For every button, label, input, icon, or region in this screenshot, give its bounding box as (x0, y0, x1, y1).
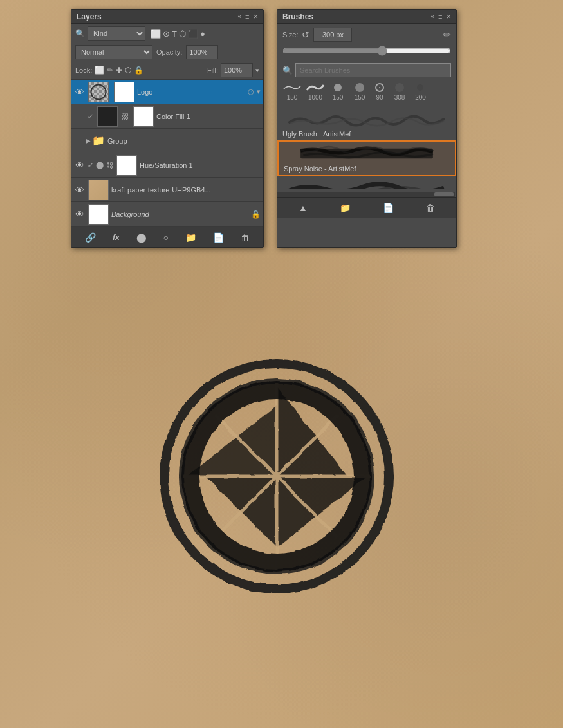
size-refresh-icon[interactable]: ↺ (302, 30, 309, 40)
brush-preset-6[interactable]: 200 (412, 82, 429, 101)
expand-icon-group[interactable]: ▶ (86, 137, 91, 144)
brush-preset-1[interactable]: 1000 (306, 82, 325, 101)
panels-area: Layers « ≡ × 🔍 Kind ⬜ ⊙ T ⬡ ⬛ ● (71, 9, 457, 248)
adjustment-icon[interactable]: ⊙ (163, 29, 170, 39)
layer-name-logo: Logo (137, 88, 245, 96)
brush-search-row: 🔍 (277, 61, 456, 80)
layer-thumbnail-colorfill-mask (133, 106, 154, 127)
layers-title: Layers (77, 12, 102, 21)
lock-position-icon[interactable]: ✏ (107, 66, 113, 75)
lock-all-icon[interactable]: 🔒 (134, 66, 143, 75)
brush-preset-5[interactable]: 308 (391, 82, 409, 101)
brushes-toolbar: ▲ 📁 📄 🗑 (277, 197, 456, 218)
brushes-new-btn[interactable]: 📄 (380, 201, 396, 214)
brush-list: Ugly Brush - ArtistMef Spray Noise - Art… (277, 104, 456, 192)
layer-thumbnail-logo-mask (114, 82, 134, 102)
layer-row-colorfill[interactable]: 👁 ↙ ⛓ Color Fill 1 (71, 104, 263, 129)
layers-close-icon[interactable]: × (253, 12, 258, 21)
lock-label: Lock: (75, 66, 92, 74)
size-input[interactable] (313, 28, 352, 42)
visibility-icon-logo[interactable]: 👁 (74, 87, 86, 97)
layer-name-kraft: kraft-paper-texture-UHP9GB4... (111, 186, 261, 194)
adj-icon-hue: ⬤ (95, 161, 105, 169)
lock-artboard-icon[interactable]: ⬡ (125, 66, 131, 75)
new-layer-btn[interactable]: 📄 (210, 231, 226, 244)
brush-preset-3[interactable]: 150 (351, 82, 369, 101)
brushes-menu-icon[interactable]: ≡ (438, 13, 442, 21)
layers-panel-controls: « ≡ × (237, 12, 258, 21)
brush-item-3[interactable] (277, 176, 456, 189)
svg-point-11 (355, 83, 364, 92)
visibility-icon-colorfill[interactable]: 👁 (74, 111, 86, 122)
layer-name-hue: Hue/Saturation 1 (140, 162, 261, 169)
brush-preset-2[interactable]: 150 (329, 82, 347, 101)
brush-preview-3 (282, 179, 451, 189)
brush-scroll-bar[interactable] (277, 192, 455, 197)
smartobj-icon[interactable]: ⬛ (188, 29, 198, 39)
opacity-input[interactable] (186, 45, 218, 59)
brushes-collapse-icon[interactable]: « (430, 13, 434, 20)
preset-size-4: 90 (376, 94, 383, 101)
layer-row-logo[interactable]: 👁 Logo ◎ ▾ (71, 80, 263, 104)
delete-layer-btn[interactable]: 🗑 (238, 231, 252, 244)
layer-thumbnail-hue-mask (116, 155, 137, 176)
brush-preview-ugly (282, 109, 451, 129)
mask-btn[interactable]: ⬤ (134, 231, 149, 244)
adjustment-btn[interactable]: ○ (161, 231, 171, 244)
lock-move-icon[interactable]: ✚ (116, 66, 122, 75)
brush-preset-4[interactable]: 90 (373, 82, 387, 101)
visibility-icon-kraft[interactable]: 👁 (74, 185, 86, 195)
visibility-icon-background[interactable]: 👁 (74, 209, 86, 219)
preset-size-6: 200 (415, 94, 426, 101)
layer-extra-logo: ▾ (257, 88, 261, 96)
brush-item-spray[interactable]: Spray Noise - ArtistMef (277, 140, 456, 176)
layers-toolbar: 🔗 fx ⬤ ○ 📁 📄 🗑 (71, 227, 263, 247)
visibility-icon-group[interactable]: 👁 (74, 136, 86, 146)
layer-row-kraft[interactable]: 👁 kraft-paper-texture-UHP9GB4... (71, 178, 263, 202)
brush-item-ugly[interactable]: Ugly Brush - ArtistMef (277, 107, 456, 140)
link-icon-hue: ↙ (86, 161, 95, 169)
layer-row-hue[interactable]: 👁 ↙ ⬤ ⛓ Hue/Saturation 1 (71, 153, 263, 178)
brushes-folder-btn[interactable]: 📁 (337, 201, 353, 214)
layers-menu-icon[interactable]: ≡ (245, 13, 249, 21)
fx-btn[interactable]: fx (110, 232, 122, 243)
kind-dropdown[interactable]: Kind (88, 26, 145, 41)
preset-size-2: 150 (333, 94, 344, 101)
pixel-icon[interactable]: ⬜ (151, 29, 161, 39)
layer-row-group[interactable]: 👁 ▶ 📁 Group (71, 129, 263, 153)
fill-input[interactable] (221, 63, 253, 77)
brush-preview-spray (284, 144, 450, 163)
size-label: Size: (282, 31, 298, 39)
link-layers-btn[interactable]: 🔗 (82, 231, 98, 244)
blend-mode-dropdown[interactable]: Normal (75, 45, 152, 59)
brush-presets-row: 150 1000 150 150 (277, 80, 456, 104)
lock-pixels-icon[interactable]: ⬜ (95, 66, 104, 75)
logo-stamp (148, 348, 405, 605)
brushes-triangle-btn[interactable]: ▲ (296, 201, 310, 214)
svg-point-10 (334, 84, 342, 91)
circle-icon[interactable]: ● (200, 29, 205, 39)
fill-chevron[interactable]: ▾ (255, 66, 259, 75)
size-edit-icon[interactable]: ✏ (443, 30, 451, 40)
brush-preset-0[interactable]: 150 (282, 82, 302, 101)
brush-search-input[interactable] (295, 63, 451, 77)
layers-collapse-icon[interactable]: « (237, 13, 241, 20)
layer-name-colorfill: Color Fill 1 (156, 113, 261, 120)
fill-label: Fill: (207, 66, 218, 74)
shape-icon[interactable]: ⬡ (179, 29, 186, 39)
brush-search-icon: 🔍 (282, 66, 293, 75)
type-icon[interactable]: T (172, 29, 177, 39)
opacity-label: Opacity: (156, 48, 182, 56)
brushes-delete-btn[interactable]: 🗑 (423, 201, 438, 214)
preset-size-5: 308 (394, 94, 405, 101)
brush-scroll-thumb[interactable] (434, 192, 454, 196)
folder-btn[interactable]: 📁 (183, 231, 199, 244)
brush-size-slider[interactable] (282, 46, 451, 56)
visibility-icon-hue[interactable]: 👁 (74, 160, 86, 171)
layer-badge-logo: ◎ (248, 88, 254, 96)
brushes-close-icon[interactable]: × (446, 12, 451, 21)
kind-icons: ⬜ ⊙ T ⬡ ⬛ ● (151, 29, 205, 39)
chain-icon-colorfill: ⛓ (120, 112, 131, 121)
blend-opacity-row: Normal Opacity: (71, 43, 263, 61)
layer-row-background[interactable]: 👁 Background 🔒 (71, 202, 263, 227)
